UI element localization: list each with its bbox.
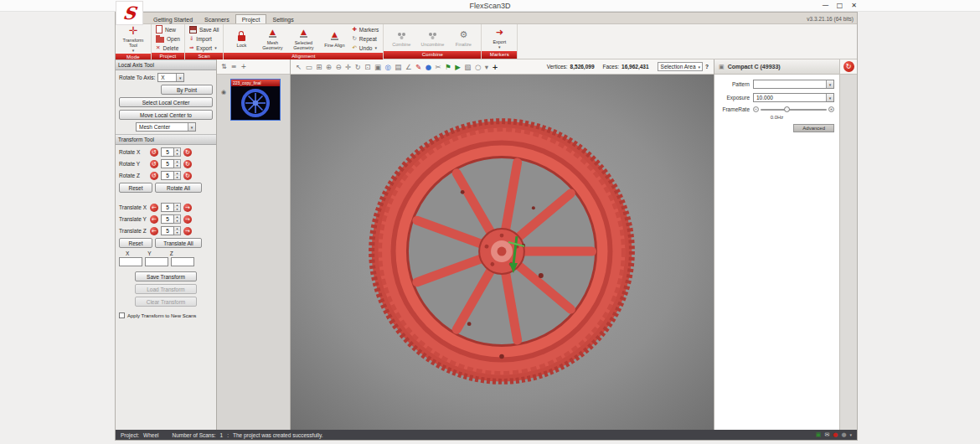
slider-minus-icon[interactable]: − xyxy=(753,106,759,112)
pattern-select[interactable]: ▾ xyxy=(753,80,834,89)
translate-x-input[interactable] xyxy=(161,203,174,212)
tab-scanners[interactable]: Scanners xyxy=(199,15,235,23)
undo-button[interactable]: ↶Undo▾ xyxy=(352,44,379,52)
circle-icon[interactable]: ○ xyxy=(475,60,481,74)
selection-area-select[interactable]: Selection Area ▾ xyxy=(658,62,703,71)
rotate-x-left-button[interactable]: ↺ xyxy=(150,148,158,157)
x-value-input[interactable] xyxy=(119,257,142,266)
rotate-view-icon[interactable]: ↻ xyxy=(355,60,361,74)
rotate-y-left-button[interactable]: ↺ xyxy=(150,160,158,168)
pin-icon[interactable]: + xyxy=(240,63,246,70)
spin-down-icon[interactable]: ▾ xyxy=(174,176,180,180)
finalize-button[interactable]: ⚙ Finalize xyxy=(450,29,477,47)
translate-y-stepper[interactable]: ▴▾ xyxy=(161,214,181,224)
zoom-window-icon[interactable]: ⊞ xyxy=(316,60,322,74)
fit-view-icon[interactable]: ⊡ xyxy=(364,60,370,74)
transform-tool-button[interactable]: ✛ Transform Tool ▾ xyxy=(120,25,147,53)
mail-icon[interactable]: ✉ xyxy=(824,431,829,438)
zoom-in-icon[interactable]: ⊕ xyxy=(326,60,332,74)
slider-plus-icon[interactable]: + xyxy=(828,106,834,112)
move-local-center-button[interactable]: Move Local Center to xyxy=(119,110,213,120)
exposure-select[interactable]: 10.000 ▾ xyxy=(753,93,834,102)
repeat-button[interactable]: ↻Repeat xyxy=(352,34,379,43)
mesh-geometry-button[interactable]: ▲ Mesh Geometry xyxy=(259,28,286,50)
translate-y-input[interactable] xyxy=(161,214,174,224)
sort-az-icon[interactable]: ⇅ xyxy=(221,63,227,70)
rotate-reset-button[interactable]: Reset xyxy=(119,183,152,193)
rotate-z-right-button[interactable]: ↻ xyxy=(183,172,192,180)
rotate-axis-select[interactable]: X ▾ xyxy=(157,73,184,82)
import-button[interactable]: ⇓Import xyxy=(189,34,219,43)
new-button[interactable]: New xyxy=(156,25,180,34)
globe-icon[interactable]: ◎ xyxy=(384,60,390,74)
sphere-icon[interactable]: ● xyxy=(426,60,431,74)
translate-z-input[interactable] xyxy=(161,226,174,235)
translate-y-left-button[interactable]: ← xyxy=(150,215,158,224)
close-button[interactable]: ✕ xyxy=(848,0,860,12)
scan-thumbnail[interactable]: 223_copy_final xyxy=(230,79,281,121)
spin-down-icon[interactable]: ▾ xyxy=(174,219,180,224)
spin-down-icon[interactable]: ▾ xyxy=(174,164,180,168)
lock-button[interactable]: Lock xyxy=(228,30,255,48)
chevron-down-icon[interactable]: ▾ xyxy=(849,432,852,437)
rotate-all-button[interactable]: Rotate All xyxy=(155,183,202,193)
flag-icon[interactable]: ⚑ xyxy=(445,60,451,74)
maximize-button[interactable]: □ xyxy=(833,0,846,12)
rotate-z-input[interactable] xyxy=(161,171,174,180)
translate-x-right-button[interactable]: → xyxy=(183,204,192,212)
translate-x-left-button[interactable]: ← xyxy=(150,204,158,212)
export-button[interactable]: ⇒Export▾ xyxy=(189,44,219,52)
selected-geometry-button[interactable]: ▲ Selected Geometry xyxy=(290,28,317,50)
help-icon[interactable]: ? xyxy=(705,64,709,70)
list-view-icon[interactable]: ≡ xyxy=(231,63,237,70)
save-all-button[interactable]: Save All xyxy=(189,25,219,34)
visibility-icon[interactable]: ◉ xyxy=(221,89,226,96)
rotate-x-right-button[interactable]: ↻ xyxy=(183,148,192,157)
translate-z-left-button[interactable]: ← xyxy=(150,227,158,235)
slider-thumb[interactable] xyxy=(784,106,790,112)
idle-status-icon[interactable]: ● xyxy=(841,431,846,438)
spin-down-icon[interactable]: ▾ xyxy=(174,231,180,235)
select-local-center-button[interactable]: Select Local Center xyxy=(119,97,213,107)
caret-icon[interactable]: ▾ xyxy=(485,60,488,74)
y-value-input[interactable] xyxy=(145,257,168,266)
translate-z-stepper[interactable]: ▴▾ xyxy=(161,226,181,235)
rotate-z-left-button[interactable]: ↺ xyxy=(150,172,158,180)
mesh-center-select[interactable]: Mesh Center ▾ xyxy=(136,122,196,132)
translate-y-right-button[interactable]: → xyxy=(183,215,192,224)
delete-button[interactable]: ✕Delete xyxy=(156,44,180,52)
translate-reset-button[interactable]: Reset xyxy=(119,238,152,248)
rotate-x-input[interactable] xyxy=(161,147,174,157)
measure-icon[interactable]: ∠ xyxy=(405,60,412,74)
monitor-icon[interactable]: ▤ xyxy=(395,60,401,74)
save-transform-button[interactable]: Save Transform xyxy=(135,271,197,281)
play-icon[interactable]: ▶ xyxy=(455,60,461,74)
pan-icon[interactable]: ✛ xyxy=(345,60,351,74)
scissors-icon[interactable]: ✂ xyxy=(436,60,441,74)
combine-button[interactable]: Combine xyxy=(388,29,415,47)
framerate-slider[interactable]: − + xyxy=(753,106,834,112)
minimize-button[interactable]: — xyxy=(819,0,832,12)
rotate-x-stepper[interactable]: ▴▾ xyxy=(161,147,181,157)
open-button[interactable]: Open xyxy=(156,34,180,43)
sync-refresh-icon[interactable]: ↻ xyxy=(843,61,854,72)
apply-transform-checkbox[interactable] xyxy=(119,312,125,318)
fine-align-button[interactable]: ▲ Fine Align xyxy=(321,30,348,48)
zoom-out-icon[interactable]: ⊖ xyxy=(335,60,341,74)
tab-project[interactable]: Project xyxy=(235,14,267,23)
tab-getting-started[interactable]: Getting Started xyxy=(147,15,199,23)
rotate-y-stepper[interactable]: ▴▾ xyxy=(161,159,181,168)
markers-export-button[interactable]: ➜ Export ▾ xyxy=(486,27,513,49)
rect-select-icon[interactable]: ▭ xyxy=(306,60,312,74)
rotate-z-stepper[interactable]: ▴▾ xyxy=(161,171,181,180)
translate-all-button[interactable]: Translate All xyxy=(155,238,202,248)
uncombine-button[interactable]: Uncombine xyxy=(419,29,446,47)
rotate-y-input[interactable] xyxy=(161,159,174,168)
markers-button[interactable]: ✚Markers xyxy=(352,25,379,34)
by-point-button[interactable]: By Point xyxy=(161,85,213,95)
translate-x-stepper[interactable]: ▴▾ xyxy=(161,203,181,212)
translate-z-right-button[interactable]: → xyxy=(183,227,192,235)
camera-icon[interactable]: ▣ xyxy=(374,60,381,74)
select-icon[interactable]: ↖ xyxy=(296,60,302,74)
advanced-button[interactable]: Advanced xyxy=(793,124,834,132)
